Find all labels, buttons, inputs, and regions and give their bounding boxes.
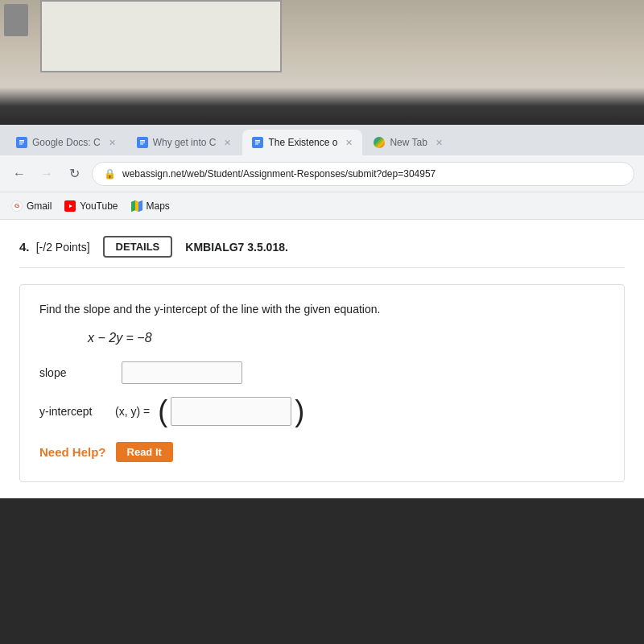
url-bar[interactable]: 🔒 webassign.net/web/Student/Assignment-R…	[92, 162, 634, 186]
help-row: Need Help? Read It	[39, 442, 605, 462]
problem-description: Find the slope and the y-intercept of th…	[39, 301, 605, 318]
slope-label: slope	[39, 366, 112, 379]
need-help-label: Need Help?	[39, 445, 106, 459]
details-button[interactable]: DETAILS	[103, 236, 173, 258]
slope-row: slope	[39, 361, 605, 384]
tab-icon-why	[137, 137, 148, 148]
bookmarks-bar: G Gmail YouTube Maps	[0, 192, 644, 220]
svg-rect-9	[255, 140, 260, 142]
problem-box: Find the slope and the y-intercept of th…	[19, 284, 625, 482]
youtube-favicon	[64, 200, 76, 212]
svg-rect-1	[19, 140, 24, 142]
slope-input[interactable]	[122, 361, 242, 384]
tab-why-get-into[interactable]: Why get into C ✕	[127, 130, 242, 155]
bookmark-youtube-label: YouTube	[80, 200, 118, 212]
svg-marker-16	[138, 200, 142, 212]
tab-new-tab[interactable]: New Tab ✕	[364, 130, 452, 155]
bookmark-gmail-label: Gmail	[27, 200, 52, 212]
url-text: webassign.net/web/Student/Assignment-Res…	[122, 168, 436, 180]
bookmark-maps[interactable]: Maps	[131, 200, 170, 212]
svg-marker-14	[131, 200, 135, 212]
tab-close-new-tab[interactable]: ✕	[436, 138, 443, 148]
maps-favicon	[131, 200, 142, 212]
tab-label-why: Why get into C	[153, 137, 217, 148]
intercept-input[interactable]	[171, 397, 291, 426]
bookmark-youtube[interactable]: YouTube	[64, 200, 118, 212]
svg-rect-2	[19, 142, 24, 143]
svg-rect-7	[140, 144, 143, 145]
tab-bar: Google Docs: C ✕ Why get into C ✕ The Ex…	[0, 125, 644, 155]
address-bar: ← → ↻ 🔒 webassign.net/web/Student/Assign…	[0, 155, 644, 192]
page-content: 4. [-/2 Points] DETAILS KMBIALG7 3.5.018…	[0, 220, 644, 498]
tab-google-docs[interactable]: Google Docs: C ✕	[6, 130, 126, 155]
tab-icon-new-tab	[374, 137, 385, 148]
problem-id: KMBIALG7 3.5.018.	[185, 241, 288, 254]
question-number: 4. [-/2 Points]	[19, 240, 90, 254]
lock-icon: 🔒	[104, 168, 116, 180]
svg-rect-11	[255, 144, 258, 145]
question-header: 4. [-/2 Points] DETAILS KMBIALG7 3.5.018…	[19, 236, 625, 268]
reload-button[interactable]: ↻	[64, 164, 84, 184]
svg-marker-15	[135, 200, 138, 212]
tab-close-google-docs[interactable]: ✕	[109, 138, 116, 148]
tab-icon-google-docs	[16, 137, 27, 148]
right-paren: )	[295, 397, 304, 426]
bookmark-gmail[interactable]: G Gmail	[11, 200, 52, 212]
tab-close-why[interactable]: ✕	[224, 138, 231, 148]
tab-icon-existence	[252, 137, 263, 148]
tab-close-existence[interactable]: ✕	[345, 138, 353, 148]
read-it-button[interactable]: Read It	[116, 442, 173, 462]
browser-chrome: Google Docs: C ✕ Why get into C ✕ The Ex…	[0, 125, 644, 498]
tab-label-google-docs: Google Docs: C	[32, 137, 101, 148]
left-paren: (	[158, 397, 167, 426]
forward-button[interactable]: →	[37, 164, 56, 184]
svg-rect-10	[255, 142, 260, 143]
gmail-favicon: G	[11, 200, 23, 212]
whiteboard	[40, 0, 282, 72]
svg-rect-5	[140, 140, 145, 142]
tab-label-existence: The Existence o	[268, 137, 337, 148]
bookmark-maps-label: Maps	[147, 200, 170, 212]
intercept-row: y-intercept (x, y) = ( )	[39, 397, 605, 426]
tab-the-existence[interactable]: The Existence o ✕	[242, 130, 362, 155]
back-button[interactable]: ←	[10, 164, 29, 184]
desk-background	[0, 0, 644, 125]
intercept-label: y-intercept	[39, 405, 112, 418]
equation: x − 2y = −8	[88, 331, 605, 345]
svg-rect-3	[19, 144, 23, 145]
tab-label-new-tab: New Tab	[390, 137, 427, 148]
intercept-coord-label: (x, y) =	[115, 405, 150, 418]
svg-marker-12	[69, 204, 72, 208]
svg-rect-6	[140, 142, 145, 143]
